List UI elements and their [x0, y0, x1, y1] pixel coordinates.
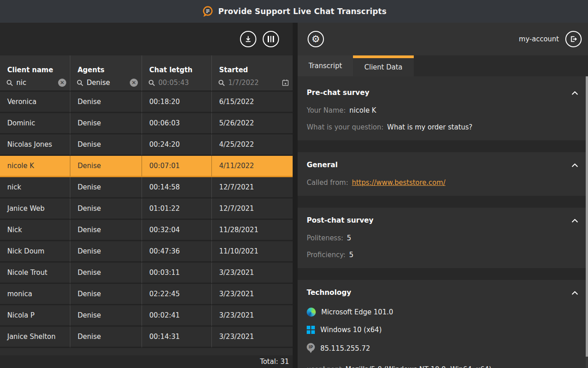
settings-button[interactable]: ⚙: [308, 31, 324, 47]
cell-started: 11/10/2021: [212, 241, 293, 263]
os-row: Windows 10 (x64): [307, 326, 579, 334]
table-row[interactable]: Dominic Denise 00:06:03 5/26/2022: [0, 113, 293, 134]
table-total-bar: Total: 31: [0, 355, 293, 368]
cell-client-name: nicole K: [0, 156, 70, 177]
cell-started: 3/23/2021: [212, 305, 293, 327]
agents-filter-input[interactable]: [87, 79, 127, 87]
calendar-icon[interactable]: [282, 79, 289, 86]
scrollbar[interactable]: [586, 76, 588, 368]
tab-transcript[interactable]: Transcript: [298, 55, 353, 76]
tab-client-data[interactable]: Client Data: [353, 55, 414, 76]
cell-started: 4/25/2022: [212, 134, 293, 156]
ip-address-icon: IP: [307, 343, 315, 354]
logout-button[interactable]: [565, 31, 582, 47]
total-count: Total: 31: [260, 358, 289, 366]
detail-tabs: Transcript Client Data: [298, 55, 588, 76]
table-row[interactable]: Veronica Denise 00:18:20 6/15/2022: [0, 92, 293, 113]
columns-settings-button[interactable]: [263, 31, 279, 47]
cell-started: 3/23/2021: [212, 284, 293, 305]
collapse-button[interactable]: [571, 214, 579, 226]
browser-row: Microsoft Edge 101.0: [307, 308, 579, 317]
cell-agent: Denise: [70, 113, 142, 134]
cell-started: 3/23/2021: [212, 263, 293, 284]
section-gap: [298, 140, 588, 152]
field-value: 5: [349, 251, 353, 259]
client-name-filter: ✕: [0, 75, 70, 92]
table-row[interactable]: Janice Shelton Denise 00:14:31 3/23/2021: [0, 327, 293, 348]
section-title: General: [307, 161, 338, 169]
cell-agent: Denise: [70, 241, 142, 263]
user-agent-label: userAgent: [307, 365, 342, 368]
table-row[interactable]: Janice Web Denise 01:01:22 12/7/2021: [0, 199, 293, 220]
column-header-client-name[interactable]: Client name: [0, 55, 70, 75]
cell-chat-length: 00:03:11: [142, 263, 212, 284]
field-row: What is your question:What is my order s…: [307, 123, 579, 132]
table-row[interactable]: Nicolas Jones Denise 00:24:20 4/25/2022: [0, 134, 293, 156]
cell-chat-length: 00:14:31: [142, 327, 212, 348]
field-label: Your Name:: [307, 106, 346, 114]
table-row[interactable]: Nicola P Denise 00:02:41 3/23/2021: [0, 305, 293, 327]
download-button[interactable]: [240, 31, 256, 47]
table-row[interactable]: Nicole Trout Denise 00:03:11 3/23/2021: [0, 263, 293, 284]
field-label: Called from:: [307, 179, 348, 187]
cell-started: 6/15/2022: [212, 92, 293, 113]
section-title: Post-chat survey: [307, 216, 373, 224]
clear-filter-icon[interactable]: ✕: [130, 79, 138, 87]
collapse-button[interactable]: [571, 286, 579, 298]
cell-chat-length: 00:14:58: [142, 177, 212, 199]
detail-panel-header: ⚙ my-account: [298, 23, 588, 55]
table-row[interactable]: Nick Denise 00:32:04 11/28/2021: [0, 220, 293, 241]
cell-client-name: Veronica: [0, 92, 70, 113]
app-logo-icon: [201, 5, 214, 18]
cell-agent: Denise: [70, 92, 142, 113]
started-filter-input[interactable]: [228, 79, 279, 87]
section-title: Technology: [307, 288, 351, 297]
collapse-button[interactable]: [571, 86, 579, 99]
panel-divider: [293, 23, 298, 368]
field-row: Politeness:5: [307, 234, 579, 243]
cell-chat-length: 01:01:22: [142, 199, 212, 220]
section-technology: Technology Microsoft Edge 101.0 Windows …: [298, 280, 588, 368]
cell-agent: Denise: [70, 199, 142, 220]
cell-started: 3/23/2021: [212, 327, 293, 348]
table-row[interactable]: nick Denise 00:14:58 12/7/2021: [0, 177, 293, 199]
clear-filter-icon[interactable]: ✕: [58, 79, 66, 87]
cell-client-name: Janice Web: [0, 199, 70, 220]
cell-started: 12/7/2021: [212, 177, 293, 199]
chat-length-filter: [142, 75, 212, 92]
browser-value: Microsoft Edge 101.0: [321, 308, 393, 316]
logout-icon: [569, 35, 578, 44]
cell-client-name: monica: [0, 284, 70, 305]
cell-client-name: nick: [0, 177, 70, 199]
edge-browser-icon: [307, 308, 316, 317]
cell-chat-length: 00:18:20: [142, 92, 212, 113]
cell-agent: Denise: [70, 284, 142, 305]
cell-client-name: Nicolas Jones: [0, 134, 70, 156]
detail-panel: ⚙ my-account Transcript Client Data Pre-…: [298, 23, 588, 368]
search-icon: [218, 80, 225, 86]
started-filter: [212, 75, 293, 92]
search-icon: [148, 80, 155, 86]
cell-client-name: Dominic: [0, 113, 70, 134]
chat-length-filter-input[interactable]: [158, 79, 208, 87]
cell-chat-length: 02:22:45: [142, 284, 212, 305]
field-row: Your Name:nicole K: [307, 106, 579, 115]
cell-agent: Denise: [70, 156, 142, 177]
agents-filter: ✕: [70, 75, 142, 92]
column-header-started[interactable]: Started: [212, 55, 293, 75]
scrollbar-thumb[interactable]: [586, 76, 588, 357]
section-post-chat-survey: Post-chat survey Politeness:5 Proficienc…: [298, 208, 588, 268]
section-gap: [298, 196, 588, 208]
client-name-filter-input[interactable]: [16, 79, 55, 87]
column-header-chat-length[interactable]: Chat letgth: [142, 55, 212, 75]
collapse-button[interactable]: [571, 159, 579, 171]
cell-client-name: Nick Doum: [0, 241, 70, 263]
table-row-selected[interactable]: nicole K Denise 00:07:01 4/11/2022: [0, 156, 293, 177]
table-row[interactable]: monica Denise 02:22:45 3/23/2021: [0, 284, 293, 305]
called-from-link[interactable]: https://www.beststore.com/: [352, 179, 445, 187]
app-header: Provide Support Live Chat Transcripts: [0, 0, 588, 23]
section-gap: [298, 268, 588, 280]
table-row[interactable]: Nick Doum Denise 00:47:36 11/10/2021: [0, 241, 293, 263]
column-header-agents[interactable]: Agents: [70, 55, 142, 75]
section-title: Pre-chat survey: [307, 89, 369, 97]
